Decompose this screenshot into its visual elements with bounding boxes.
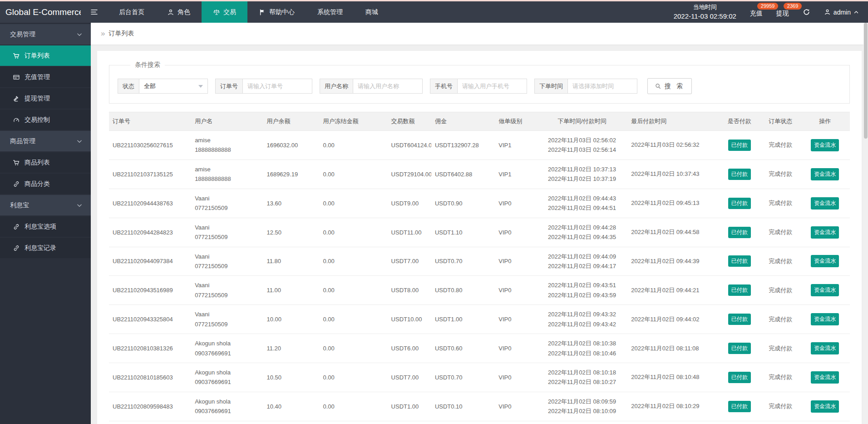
cell-last-pay-time: 2022年11月02日 10:37:43 [627,160,718,189]
breadcrumb-chevrons-icon: » [101,29,105,38]
cell-frozen: 0.00 [319,334,387,363]
cell-level: VIP0 [495,247,536,276]
fund-flow-button[interactable]: 资金流水 [811,255,839,267]
cell-amount: USDT9.00 [388,189,431,218]
sidebar-item-利息宝记录[interactable]: 利息宝记录 [0,238,91,258]
cell-amount: USDT10.00 [388,305,431,334]
fund-flow-button[interactable]: 资金流水 [811,197,839,210]
cell-username: amise 18888888888 [191,160,263,189]
nav-item-roles[interactable]: 角色 [156,1,202,23]
fund-flow-button[interactable]: 资金流水 [811,226,839,239]
cell-balance: 11.20 [263,334,319,363]
sidebar-toggle-button[interactable] [81,1,108,23]
col-amount: 交易数额 [388,112,431,131]
cell-balance: 10.00 [263,305,319,334]
link-icon [13,180,20,188]
sidebar-item-label: 利息宝选项 [25,223,56,231]
refresh-button[interactable] [803,8,810,16]
nav-item-system[interactable]: 系统管理 [306,1,354,23]
search-button[interactable]: 搜 索 [647,78,692,94]
nav-item-dashboard[interactable]: 后台首页 [108,1,156,23]
cell-level: VIP0 [495,276,536,305]
cell-paid: 已付款 [718,189,761,218]
sidebar-item-提现管理[interactable]: 提现管理 [0,88,91,109]
phone-text: 09037669691 [195,377,259,387]
phone-text: 18888888888 [195,174,259,184]
topbar: Global E-Commerce... 后台首页 角色 交易 帮助中心 系统管… [0,1,868,23]
cell-paid: 已付款 [718,218,761,247]
sidebar-item-label: 提现管理 [25,95,50,103]
sidebar-item-利息宝选项[interactable]: 利息宝选项 [0,216,91,237]
user-name-input[interactable] [353,79,422,93]
cell-paid: 已付款 [718,421,761,424]
cell-commission: USDT0.90 [431,189,495,218]
order-no-field-group: 订单号 [215,79,312,94]
username-text: Akogun shola [195,339,259,348]
col-order-no: 订单号 [109,112,191,131]
content-area: 条件搜索 状态 全部 订单号 用户名称 [91,45,868,424]
username-text: Vaani [195,252,259,261]
pay-time-text: 2022年11月02日 08:10:46 [540,349,624,358]
cell-action: 资金流水 [800,276,850,305]
fund-flow-button[interactable]: 资金流水 [811,371,839,384]
paid-status-badge: 已付款 [728,255,751,267]
cell-order-no: UB2211020810185603 [109,363,191,392]
cell-username: Vaani 0772150509 [191,247,263,276]
withdraw-link[interactable]: 提现 2369 [776,7,789,18]
sidebar-menu: 交易管理 订单列表 充值管理 提现管理 交易控制 商品管理 商品列表 商品分类 … [0,23,91,258]
order-time-text: 2022年11月02日 08:09:59 [540,397,624,406]
order-time-input[interactable] [568,79,637,93]
cell-commission: USDT0.30 [431,421,495,424]
table-row: UB2211020943516989 Vaani 0772150509 11.0… [109,276,850,305]
cell-order-status: 完成付款 [761,160,800,189]
cell-balance: 10.10 [263,421,319,424]
status-select[interactable]: 全部 [139,79,207,93]
nav-item-help-center[interactable]: 帮助中心 [247,1,306,23]
cell-action: 资金流水 [800,189,850,218]
cell-frozen: 0.00 [319,247,387,276]
nav-item-trade[interactable]: 交易 [202,1,247,23]
username-text: Vaani [195,223,259,232]
sidebar-item-商品列表[interactable]: 商品列表 [0,152,91,173]
sidebar-item-订单列表[interactable]: 订单列表 [0,45,91,66]
withdraw-label: 提现 [776,10,789,17]
cell-username: Akogun shola 09037669691 [191,421,263,424]
cell-order-status: 完成付款 [761,363,800,392]
fund-flow-button[interactable]: 资金流水 [811,342,839,354]
cell-frozen: 0.00 [319,131,387,160]
sidebar-group-交易管理[interactable]: 交易管理 [0,24,91,45]
sidebar-item-label: 商品列表 [25,159,50,167]
nav-label: 帮助中心 [269,8,295,16]
fund-flow-button[interactable]: 资金流水 [811,168,839,180]
sidebar-item-商品分类[interactable]: 商品分类 [0,174,91,194]
cell-balance: 11.80 [263,247,319,276]
order-no-input[interactable] [243,79,312,93]
fund-flow-button[interactable]: 资金流水 [811,284,839,296]
cell-order-time: 2022年11月02日 08:09:32 2022年11月02日 08:09:4… [537,421,628,424]
cell-last-pay-time: 2022年11月02日 08:11:08 [627,334,718,363]
sidebar-item-充值管理[interactable]: 充值管理 [0,67,91,87]
sidebar-group-商品管理[interactable]: 商品管理 [0,131,91,151]
cell-level: VIP0 [495,334,536,363]
sidebar-item-交易控制[interactable]: 交易控制 [0,110,91,130]
fund-flow-button[interactable]: 资金流水 [811,313,839,325]
local-time: 当地时间 2022-11-03 02:59:02 [674,3,736,22]
scrollbar-thumb[interactable] [864,23,868,139]
cell-username: amise 18888888888 [191,131,263,160]
card-icon [13,74,20,81]
username-text: amise [195,135,259,145]
fund-flow-button[interactable]: 资金流水 [811,400,839,413]
nav-item-mall[interactable]: 商城 [354,1,390,23]
cell-paid: 已付款 [718,392,761,421]
pay-time-text: 2022年11月03日 02:56:14 [540,145,624,155]
person-icon [167,9,174,16]
sidebar-group-利息宝[interactable]: 利息宝 [0,195,91,215]
cart-icon [13,159,20,166]
fund-flow-button[interactable]: 资金流水 [811,139,839,151]
status-field-group: 状态 全部 [118,79,208,94]
window-scrollbar[interactable] [863,23,868,424]
table-row: UB2211021037135125 amise 18888888888 168… [109,160,850,189]
user-menu[interactable]: admin [824,9,859,16]
phone-input[interactable] [458,79,527,93]
recharge-link[interactable]: 充值 29959 [750,7,763,18]
